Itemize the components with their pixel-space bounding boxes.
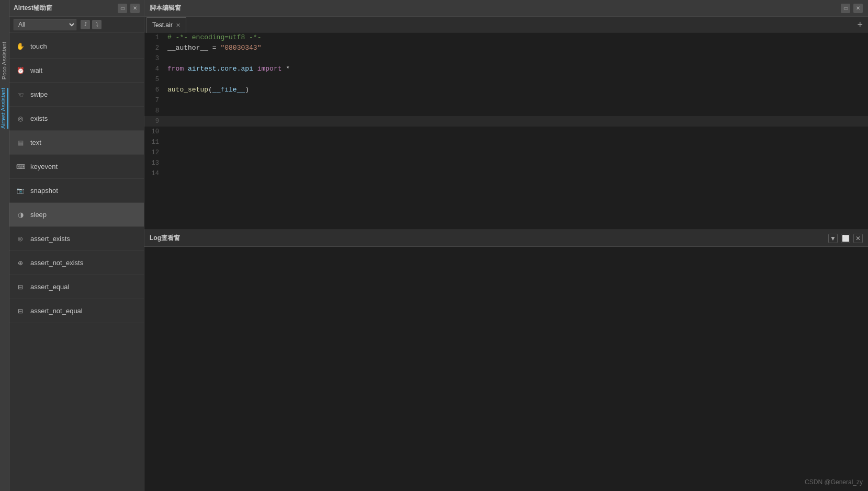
snapshot-icon <box>16 186 25 196</box>
log-title: Log查看窗 <box>150 234 180 243</box>
import-icon[interactable]: ⤴ <box>81 20 90 29</box>
line-content-2: __author__ = "08030343" <box>165 43 868 53</box>
editor-header-icons: ▭ ✕ <box>841 4 863 13</box>
exists-icon <box>16 114 25 123</box>
log-filter-icon[interactable]: ▼ <box>828 234 838 243</box>
editor-close-icon[interactable]: ✕ <box>853 4 863 13</box>
line-content-4: from airtest.core.api import * <box>165 64 868 74</box>
line-num-6: 6 <box>144 85 165 95</box>
line-num-7: 7 <box>144 95 165 106</box>
close-icon[interactable]: ✕ <box>130 4 140 13</box>
line-num-8: 8 <box>144 106 165 116</box>
vertical-tab-bar: Poco Assistant Airtest Assistant <box>0 0 9 491</box>
code-line-14: 14 <box>144 168 868 179</box>
api-label-sleep: sleep <box>30 211 47 219</box>
line-num-14: 14 <box>144 168 165 179</box>
left-panel-header: Airtest辅助窗 ▭ ✕ <box>9 0 144 17</box>
api-label-assert-exists: assert_exists <box>30 235 70 243</box>
touch-icon <box>16 42 25 51</box>
log-panel: Log查看窗 ▼ ⬜ ✕ <box>144 230 868 491</box>
api-item-assert-not-exists[interactable]: assert_not_exists <box>9 251 144 275</box>
api-label-exists: exists <box>30 115 48 122</box>
api-label-snapshot: snapshot <box>30 187 58 195</box>
assert-not-equal-icon <box>16 306 25 316</box>
code-line-8: 8 <box>144 106 868 116</box>
header-icons: ▭ ✕ <box>118 4 140 13</box>
api-item-keyevent[interactable]: keyevent <box>9 155 144 179</box>
editor-header: 脚本编辑窗 ▭ ✕ <box>144 0 868 17</box>
log-restore-icon[interactable]: ⬜ <box>841 234 850 243</box>
code-line-7: 7 <box>144 95 868 106</box>
api-item-swipe[interactable]: swipe <box>9 83 144 107</box>
api-item-sleep[interactable]: sleep <box>9 203 144 227</box>
api-item-assert-exists[interactable]: assert_exists <box>9 227 144 251</box>
minimize-icon[interactable]: ▭ <box>118 4 127 13</box>
editor-title: 脚本编辑窗 <box>150 4 181 13</box>
api-label-assert-not-equal: assert_not_equal <box>30 307 83 315</box>
api-filter-select[interactable]: All touch wait swipe exists text keyeven… <box>14 19 76 30</box>
line-num-12: 12 <box>144 147 165 158</box>
code-line-3: 3 <box>144 53 868 64</box>
assert-not-exists-icon <box>16 258 25 268</box>
api-list: touch wait swipe exists text keyevent sn… <box>9 32 144 491</box>
line-num-9: 9 <box>144 116 165 127</box>
api-item-assert-equal[interactable]: assert_equal <box>9 275 144 299</box>
left-panel-title: Airtest辅助窗 <box>14 4 52 13</box>
code-line-11: 11 <box>144 137 868 147</box>
code-line-13: 13 <box>144 158 868 168</box>
code-line-12: 12 <box>144 147 868 158</box>
line-num-13: 13 <box>144 158 165 168</box>
tab-test-air-label: Test.air <box>152 21 173 29</box>
filter-row: All touch wait swipe exists text keyeven… <box>9 17 144 32</box>
text-icon <box>16 138 25 147</box>
log-header: Log查看窗 ▼ ⬜ ✕ <box>144 230 868 247</box>
editor-panel: 脚本编辑窗 ▭ ✕ Test.air ✕ + 1 # -*- encoding=… <box>144 0 868 230</box>
code-lines: 1 # -*- encoding=utf8 -*- 2 __author__ =… <box>144 32 868 179</box>
api-label-assert-equal: assert_equal <box>30 283 69 291</box>
line-num-2: 2 <box>144 43 165 53</box>
line-num-11: 11 <box>144 137 165 147</box>
log-content[interactable] <box>144 247 868 491</box>
code-line-9: 9 <box>144 116 868 127</box>
assert-exists-icon <box>16 234 25 244</box>
api-item-assert-not-equal[interactable]: assert_not_equal <box>9 299 144 323</box>
api-label-wait: wait <box>30 66 42 74</box>
left-panel: Airtest辅助窗 ▭ ✕ All touch wait swipe exis… <box>9 0 144 491</box>
wait-icon <box>16 66 25 75</box>
api-item-exists[interactable]: exists <box>9 107 144 131</box>
code-editor[interactable]: 1 # -*- encoding=utf8 -*- 2 __author__ =… <box>144 32 868 230</box>
api-item-snapshot[interactable]: snapshot <box>9 179 144 203</box>
tab-poco-assistant[interactable]: Poco Assistant <box>2 42 7 79</box>
api-label-keyevent: keyevent <box>30 163 58 170</box>
api-item-touch[interactable]: touch <box>9 35 144 59</box>
code-line-2: 2 __author__ = "08030343" <box>144 43 868 53</box>
code-line-4: 4 from airtest.core.api import * <box>144 64 868 74</box>
assert-equal-icon <box>16 282 25 292</box>
sleep-icon <box>16 210 25 220</box>
api-item-text[interactable]: text <box>9 131 144 155</box>
code-line-10: 10 <box>144 127 868 137</box>
tab-test-air[interactable]: Test.air ✕ <box>146 17 186 33</box>
export-icon[interactable]: ⤵ <box>92 20 102 29</box>
code-line-6: 6 auto_setup(__file__) <box>144 85 868 95</box>
api-label-touch: touch <box>30 42 47 50</box>
api-label-text: text <box>30 139 41 146</box>
add-tab-button[interactable]: + <box>857 20 863 29</box>
code-line-5: 5 <box>144 74 868 85</box>
api-label-assert-not-exists: assert_not_exists <box>30 259 83 267</box>
editor-tabs: Test.air ✕ + <box>144 17 868 32</box>
editor-minimize-icon[interactable]: ▭ <box>841 4 850 13</box>
line-num-4: 4 <box>144 64 165 74</box>
line-content-6: auto_setup(__file__) <box>165 85 868 95</box>
keyevent-icon <box>16 162 25 172</box>
right-area: 脚本编辑窗 ▭ ✕ Test.air ✕ + 1 # -*- encoding=… <box>144 0 868 491</box>
tab-test-air-close[interactable]: ✕ <box>176 22 181 28</box>
tab-airtest-assistant[interactable]: Airtest Assistant <box>1 88 8 129</box>
line-num-10: 10 <box>144 127 165 137</box>
code-line-1: 1 # -*- encoding=utf8 -*- <box>144 32 868 43</box>
api-label-swipe: swipe <box>30 90 48 98</box>
line-num-3: 3 <box>144 53 165 64</box>
api-item-wait[interactable]: wait <box>9 59 144 83</box>
log-close-icon[interactable]: ✕ <box>853 234 863 243</box>
line-num-5: 5 <box>144 74 165 85</box>
